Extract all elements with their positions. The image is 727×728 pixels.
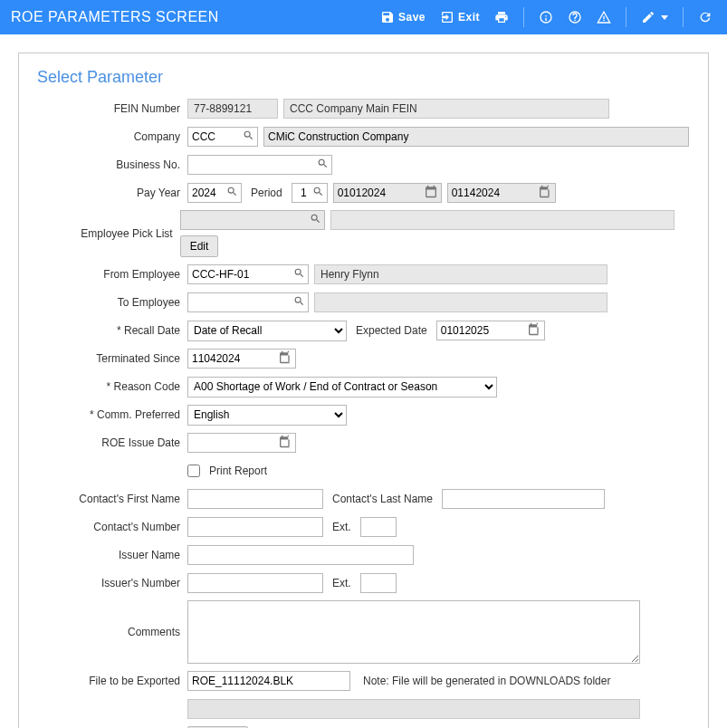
- from-employee-name-display: Henry Flynn: [314, 264, 607, 284]
- info-icon: [539, 10, 553, 24]
- from-employee-input[interactable]: [187, 264, 309, 284]
- contacts-number-label: Contact's Number: [37, 521, 187, 533]
- contacts-number-input[interactable]: [187, 517, 323, 537]
- refresh-icon: [698, 10, 713, 24]
- chevron-down-icon: [661, 15, 668, 20]
- exit-icon: [440, 10, 454, 24]
- page-title: ROE PARAMETERS SCREEN: [11, 9, 377, 25]
- save-icon: [380, 10, 395, 24]
- contacts-last-name-label: Contact's Last Name: [329, 493, 436, 505]
- comments-label: Comments: [37, 626, 187, 638]
- roe-issue-date-input[interactable]: [187, 433, 296, 453]
- recall-date-label: Recall Date: [37, 324, 187, 337]
- fein-number-label: FEIN Number: [37, 102, 187, 115]
- company-name-display: [263, 127, 689, 147]
- pay-year-label: Pay Year: [37, 187, 187, 199]
- terminated-since-input[interactable]: [187, 349, 296, 369]
- edit-button[interactable]: Edit: [180, 235, 219, 257]
- period-input[interactable]: [292, 183, 328, 203]
- recall-date-select[interactable]: Date of Recall: [187, 321, 347, 341]
- exit-button[interactable]: Exit: [436, 6, 483, 28]
- comm-preferred-label: Comm. Preferred: [37, 408, 187, 421]
- employee-pick-list-input[interactable]: [180, 210, 325, 230]
- company-label: Company: [37, 130, 187, 143]
- issuer-number-label: Issuer's Number: [37, 577, 187, 589]
- comments-textarea[interactable]: [187, 600, 640, 664]
- issuer-ext-input[interactable]: [360, 573, 397, 593]
- comm-preferred-select[interactable]: English: [187, 405, 347, 426]
- to-employee-name-display: [314, 292, 607, 312]
- export-result-display: [187, 699, 640, 719]
- fein-name-display: CCC Company Main FEIN: [283, 99, 609, 119]
- help-icon: [568, 10, 582, 24]
- business-no-label: Business No.: [37, 158, 187, 171]
- save-button[interactable]: Save: [377, 6, 429, 28]
- period-end-display: [447, 183, 556, 203]
- issuer-number-input[interactable]: [187, 573, 323, 593]
- file-exported-label: File to be Exported: [37, 675, 187, 687]
- from-employee-label: From Employee: [37, 268, 187, 281]
- contacts-first-name-input[interactable]: [187, 489, 323, 509]
- separator: [683, 7, 684, 27]
- pencil-icon: [641, 10, 655, 24]
- contacts-last-name-input[interactable]: [442, 489, 605, 509]
- print-report-label: Print Report: [209, 465, 267, 477]
- period-start-display: [333, 183, 442, 203]
- help-button[interactable]: [564, 6, 586, 28]
- print-report-checkbox[interactable]: [187, 465, 200, 477]
- file-note: Note: File will be generated in DOWNLOAD…: [356, 675, 610, 687]
- fein-number-display: 77-8899121: [187, 99, 278, 119]
- reason-code-label: Reason Code: [37, 380, 187, 393]
- print-icon-button[interactable]: [491, 6, 512, 28]
- exit-label: Exit: [458, 11, 480, 24]
- employee-pick-list-name-display: [330, 210, 674, 230]
- edit-menu-button[interactable]: [637, 6, 672, 28]
- contacts-ext-label: Ext.: [329, 521, 355, 533]
- company-input[interactable]: [187, 127, 258, 147]
- expected-date-label: Expected Date: [352, 324, 431, 337]
- pay-year-input[interactable]: [187, 183, 242, 203]
- employee-pick-list-label: Employee Pick List: [37, 227, 180, 240]
- warning-icon: [597, 10, 611, 24]
- issuer-name-label: Issuer Name: [37, 549, 187, 561]
- panel-title: Select Parameter: [37, 68, 690, 87]
- separator: [523, 7, 524, 27]
- expected-date-input[interactable]: [436, 321, 545, 340]
- to-employee-label: To Employee: [37, 296, 187, 309]
- issuer-ext-label: Ext.: [329, 577, 355, 589]
- roe-issue-date-label: ROE Issue Date: [37, 436, 187, 449]
- to-employee-input[interactable]: [187, 292, 309, 312]
- print-icon: [494, 10, 509, 24]
- refresh-button[interactable]: [694, 6, 716, 28]
- contacts-ext-input[interactable]: [360, 517, 397, 537]
- reason-code-select[interactable]: A00 Shortage of Work / End of Contract o…: [187, 377, 497, 398]
- issuer-name-input[interactable]: [187, 545, 414, 565]
- info-button[interactable]: [535, 6, 557, 28]
- warning-button[interactable]: [593, 6, 615, 28]
- titlebar: ROE PARAMETERS SCREEN Save Exit: [0, 0, 727, 34]
- file-exported-input[interactable]: [187, 671, 350, 691]
- period-label: Period: [247, 187, 286, 199]
- titlebar-actions: Save Exit: [377, 6, 716, 28]
- form-panel: Select Parameter FEIN Number 77-8899121 …: [18, 53, 709, 728]
- terminated-since-label: Terminated Since: [37, 352, 187, 365]
- separator: [626, 7, 627, 27]
- business-no-input[interactable]: [187, 155, 332, 175]
- contacts-first-name-label: Contact's First Name: [37, 493, 187, 505]
- save-label: Save: [398, 11, 426, 24]
